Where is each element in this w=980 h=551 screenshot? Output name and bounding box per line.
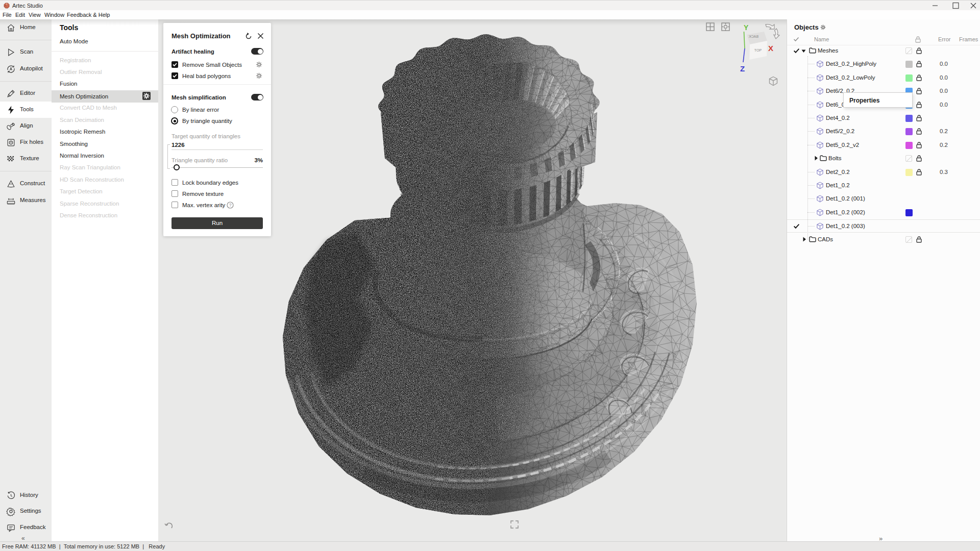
svg-text:Y: Y	[744, 23, 749, 32]
svg-text:TOP: TOP	[754, 48, 762, 52]
svg-text:BACK: BACK	[749, 35, 758, 38]
svg-text:X: X	[768, 44, 773, 53]
svg-text:Z: Z	[740, 64, 745, 73]
